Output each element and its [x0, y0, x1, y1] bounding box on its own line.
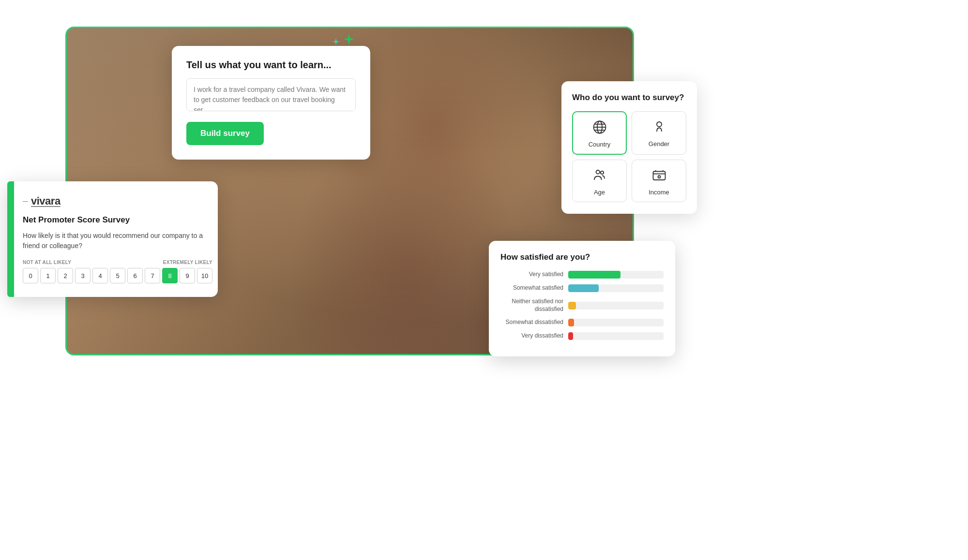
- target-option-gender[interactable]: Gender: [632, 111, 686, 155]
- sat-bar-vs: [568, 271, 620, 279]
- sat-row-somewhat-satisfied: Somewhat satisfied: [500, 284, 664, 292]
- nps-10[interactable]: 10: [197, 268, 212, 283]
- nps-4[interactable]: 4: [92, 268, 108, 283]
- nps-0[interactable]: 0: [23, 268, 38, 283]
- nps-min-label: NOT AT ALL LIKELY: [23, 260, 71, 265]
- sat-bar-container-sd: [568, 319, 664, 326]
- sat-bar-container-ss: [568, 284, 664, 292]
- nps-5[interactable]: 5: [110, 268, 125, 283]
- country-label: Country: [578, 141, 621, 148]
- sat-row-neither: Neither satisfied nor dissatisfied: [500, 298, 664, 313]
- gender-label: Gender: [637, 140, 681, 147]
- sat-bar-container-vs: [568, 271, 664, 279]
- vivara-logo: — vivara: [23, 195, 212, 207]
- svg-point-7: [600, 171, 603, 174]
- sat-bar-container-n: [568, 302, 664, 309]
- target-option-age[interactable]: Age: [572, 160, 627, 202]
- target-option-country[interactable]: Country: [572, 111, 627, 155]
- nps-title: Net Promoter Score Survey: [23, 215, 212, 225]
- sat-row-somewhat-dissatisfied: Somewhat dissatisfied: [500, 319, 664, 326]
- satisfaction-card: How satisfied are you? Very satisfied So…: [489, 241, 675, 356]
- sat-row-very-dissatisfied: Very dissatisfied: [500, 332, 664, 340]
- nps-2[interactable]: 2: [58, 268, 73, 283]
- svg-point-6: [596, 170, 600, 174]
- sat-bar-vd: [568, 332, 573, 340]
- ai-diamond-small-icon: [332, 37, 340, 46]
- nps-6[interactable]: 6: [127, 268, 143, 283]
- satisfaction-title: How satisfied are you?: [500, 252, 664, 262]
- svg-point-5: [657, 122, 662, 127]
- nps-scale: 0 1 2 3 4 5 6 7 8 9 10: [23, 268, 212, 283]
- nps-1[interactable]: 1: [40, 268, 56, 283]
- nps-3[interactable]: 3: [75, 268, 91, 283]
- survey-target-title: Who do you want to survey?: [572, 93, 686, 103]
- country-icon: [578, 120, 621, 138]
- sat-label-very-satisfied: Very satisfied: [500, 271, 563, 279]
- income-icon: [637, 168, 681, 186]
- nps-7[interactable]: 7: [145, 268, 160, 283]
- brand-name: vivara: [31, 195, 60, 207]
- survey-target-card: Who do you want to survey? Country: [561, 81, 697, 214]
- sat-row-very-satisfied: Very satisfied: [500, 271, 664, 279]
- sat-label-somewhat-dissatisfied: Somewhat dissatisfied: [500, 319, 563, 326]
- gender-icon: [637, 119, 681, 137]
- build-survey-title: Tell us what you want to learn...: [186, 59, 356, 71]
- target-option-income[interactable]: Income: [632, 160, 686, 202]
- nps-scale-labels: NOT AT ALL LIKELY EXTREMELY LIKELY: [23, 260, 212, 265]
- sat-label-somewhat-satisfied: Somewhat satisfied: [500, 284, 563, 292]
- age-icon: [577, 168, 621, 186]
- target-options-grid: Country Gender Age: [572, 111, 686, 202]
- sat-bar-n: [568, 302, 576, 309]
- build-survey-card: Tell us what you want to learn... Build …: [172, 46, 370, 160]
- nps-9[interactable]: 9: [180, 268, 195, 283]
- sat-bar-ss: [568, 284, 599, 292]
- ai-diamond-large-icon: [342, 32, 356, 46]
- sat-label-neither: Neither satisfied nor dissatisfied: [500, 298, 563, 313]
- ai-icons: [332, 32, 356, 46]
- nps-survey-card: — vivara Net Promoter Score Survey How l…: [7, 181, 218, 297]
- build-survey-button[interactable]: Build survey: [186, 122, 264, 145]
- sat-bar-container-vd: [568, 332, 664, 340]
- survey-input[interactable]: [186, 78, 356, 111]
- nps-max-label: EXTREMELY LIKELY: [163, 260, 212, 265]
- age-label: Age: [577, 189, 621, 196]
- nps-question: How likely is it that you would recommen…: [23, 231, 212, 251]
- income-label: Income: [637, 189, 681, 196]
- nps-8[interactable]: 8: [162, 268, 178, 283]
- sat-bar-sd: [568, 319, 574, 326]
- nps-content: — vivara Net Promoter Score Survey How l…: [23, 195, 212, 283]
- sat-label-very-dissatisfied: Very dissatisfied: [500, 332, 563, 340]
- svg-point-9: [658, 176, 660, 178]
- nps-accent-bar: [7, 181, 14, 297]
